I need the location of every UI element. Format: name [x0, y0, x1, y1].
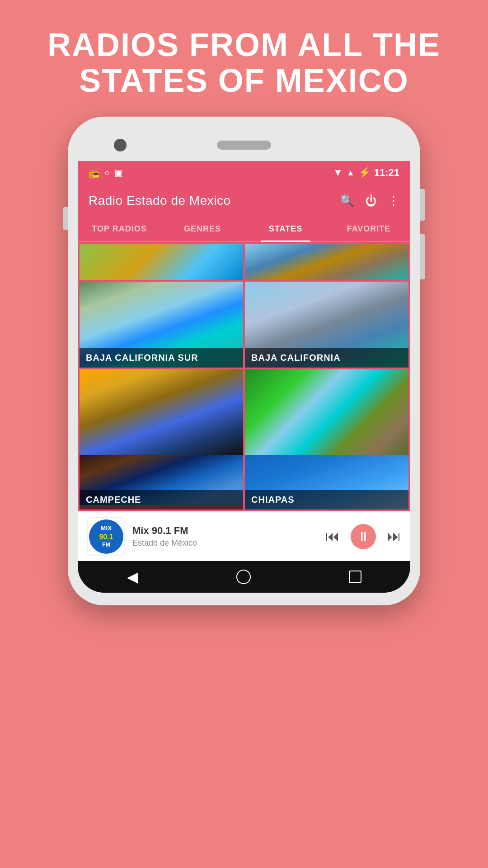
- app-title: Radio Estado de Mexico: [89, 193, 231, 208]
- beach-top-image: [80, 244, 243, 280]
- next-button[interactable]: ⏭: [387, 528, 401, 545]
- page-header: RADIOS FROM ALL THE STATES OF MEXICO: [0, 0, 488, 117]
- partial-top-right-card[interactable]: [245, 244, 408, 280]
- states-grid: BAJA CALIFORNIA SUR BAJA CALIFORNIA CAMP…: [78, 242, 410, 511]
- screen: 📻 ○ ▣ ▼ ▲ ⚡ 11:21 Radio Estado de Mexico…: [78, 161, 410, 593]
- baja-sur-label: BAJA CALIFORNIA SUR: [80, 348, 243, 368]
- partial-top-left-card[interactable]: [80, 244, 243, 280]
- volume-down-button[interactable]: [420, 234, 425, 279]
- wifi-icon: ▼: [333, 167, 343, 179]
- tab-favorite[interactable]: FAVORITE: [327, 217, 410, 241]
- player-bar: MIX 90.1 FM Mix 90.1 FM Estado de México…: [78, 511, 410, 561]
- camera: [114, 139, 127, 151]
- state-card-baja-sur[interactable]: BAJA CALIFORNIA SUR: [80, 282, 243, 368]
- back-button[interactable]: ◀: [127, 568, 138, 585]
- circle-icon: ○: [104, 168, 110, 178]
- speaker: [217, 141, 271, 150]
- player-station-name: Mix 90.1 FM: [132, 525, 325, 537]
- pause-button[interactable]: ⏸: [351, 524, 376, 549]
- sd-icon: ▣: [114, 167, 123, 178]
- svg-text:FM: FM: [102, 542, 110, 548]
- player-logo: MIX 90.1 FM: [87, 517, 125, 556]
- toolbar-icons: 🔍 ⏻ ⋮: [340, 194, 399, 208]
- state-card-chiapas[interactable]: CHIAPAS: [245, 369, 408, 509]
- tab-states[interactable]: STATES: [244, 217, 327, 241]
- mix-logo-svg: MIX 90.1 FM: [88, 519, 124, 555]
- state-card-campeche[interactable]: CAMPECHE: [80, 369, 243, 509]
- campeche-image-top: [80, 369, 243, 455]
- state-card-baja-california[interactable]: BAJA CALIFORNIA: [245, 282, 408, 368]
- player-controls: ⏮ ⏸ ⏭: [325, 524, 401, 549]
- status-left-icons: 📻 ○ ▣: [89, 167, 123, 178]
- radio-icon: 📻: [89, 167, 100, 178]
- chiapas-image: [245, 369, 408, 455]
- chiapas-label: CHIAPAS: [245, 490, 408, 509]
- volume-up-button[interactable]: [63, 207, 68, 230]
- player-info: Mix 90.1 FM Estado de México: [132, 525, 325, 548]
- svg-text:MIX: MIX: [100, 524, 112, 532]
- power-icon[interactable]: ⏻: [365, 194, 377, 208]
- time-display: 11:21: [374, 167, 399, 179]
- power-button[interactable]: [420, 189, 425, 221]
- more-vert-icon[interactable]: ⋮: [388, 194, 399, 208]
- phone-nav-bar: ◀: [78, 561, 410, 593]
- baja-california-label: BAJA CALIFORNIA: [245, 348, 408, 368]
- app-toolbar: Radio Estado de Mexico 🔍 ⏻ ⋮: [78, 184, 410, 217]
- prev-button[interactable]: ⏮: [325, 528, 340, 545]
- player-station-subtitle: Estado de México: [132, 538, 325, 548]
- recents-button[interactable]: [349, 571, 361, 583]
- tab-genres[interactable]: GENRES: [161, 217, 244, 241]
- svg-text:90.1: 90.1: [99, 533, 113, 541]
- phone-mockup: 📻 ○ ▣ ▼ ▲ ⚡ 11:21 Radio Estado de Mexico…: [68, 117, 420, 605]
- status-bar: 📻 ○ ▣ ▼ ▲ ⚡ 11:21: [78, 161, 410, 184]
- beach-city-image: [245, 244, 408, 280]
- pause-icon: ⏸: [357, 529, 370, 544]
- tab-top-radios[interactable]: TOP RADIOS: [78, 217, 161, 241]
- signal-icon: ▲: [347, 168, 355, 178]
- search-icon[interactable]: 🔍: [340, 194, 354, 208]
- battery-icon: ⚡: [358, 167, 371, 179]
- phone-top-bar: [78, 129, 410, 161]
- tab-bar: TOP RADIOS GENRES STATES FAVORITE: [78, 217, 410, 242]
- campeche-label: CAMPECHE: [80, 490, 243, 509]
- home-button[interactable]: [236, 570, 251, 584]
- status-right-icons: ▼ ▲ ⚡ 11:21: [333, 167, 399, 179]
